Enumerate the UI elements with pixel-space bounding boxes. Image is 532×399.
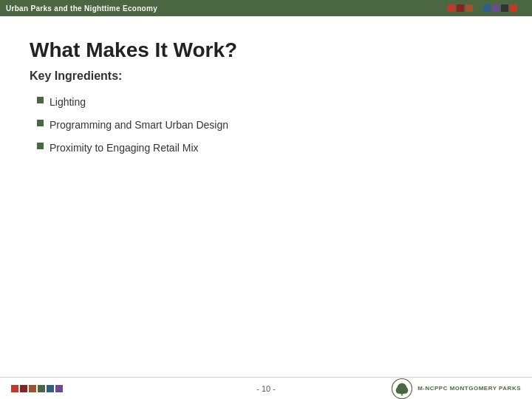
list-item: Proximity to Engaging Retail Mix [37,140,502,156]
header-sq-8 [510,4,517,12]
footer-sq-6 [55,385,63,392]
footer-org-name: M-NCPPC MONTGOMERY PARKS [417,385,521,392]
footer-logo-area: M-NCPPC MONTGOMERY PARKS [391,378,521,400]
footer-sq-5 [47,385,54,392]
bullet-list: Lighting Programming and Smart Urban Des… [30,95,502,156]
header-sq-4 [474,4,482,12]
header-sq-7 [501,4,508,12]
page-title: What Makes It Work? [30,38,502,62]
header-bar: Urban Parks and the Nighttime Economy [0,0,532,16]
bullet-text-3: Proximity to Engaging Retail Mix [50,140,199,156]
header-sq-3 [466,4,473,12]
bullet-icon [37,120,44,126]
header-color-squares [448,4,526,12]
page-number: - 10 - [256,384,276,393]
header-title: Urban Parks and the Nighttime Economy [6,4,157,13]
footer: - 10 - M-NCPPC MONTGOMERY PARKS [0,377,532,399]
bullet-text-2: Programming and Smart Urban Design [50,117,228,133]
footer-color-squares [11,385,63,392]
svg-point-3 [396,386,402,393]
list-item: Programming and Smart Urban Design [37,117,502,133]
main-content: What Makes It Work? Key Ingredients: Lig… [0,16,532,178]
header-sq-6 [492,4,499,12]
footer-sq-4 [38,385,45,392]
header-sq-2 [457,4,464,12]
org-logo [391,378,413,400]
footer-sq-1 [11,385,18,392]
bullet-icon [37,97,44,103]
bullet-icon [37,143,44,149]
header-sq-5 [483,4,491,12]
footer-sq-2 [20,385,27,392]
header-sq-1 [448,4,455,12]
list-item: Lighting [37,95,502,110]
bullet-text-1: Lighting [50,95,86,110]
svg-point-4 [403,386,409,393]
header-sq-9 [519,4,526,12]
footer-sq-3 [29,385,36,392]
section-heading: Key Ingredients: [30,69,502,83]
